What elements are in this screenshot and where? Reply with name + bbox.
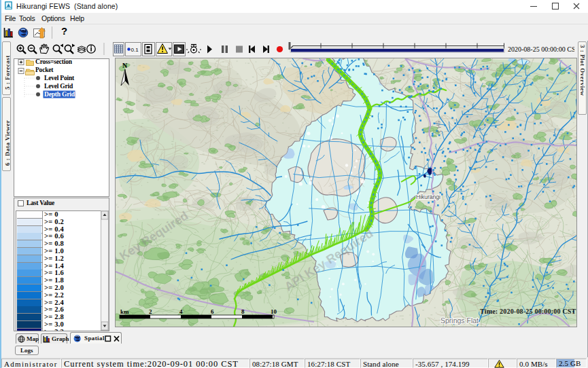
svg-text:Hikurangi: Hikurangi <box>416 194 440 200</box>
svg-text:8: 8 <box>241 308 245 315</box>
svg-text:4: 4 <box>179 308 183 315</box>
svg-text:2020-08-25 00:00:00 CST: 2020-08-25 00:00:00 CST <box>508 45 574 53</box>
svg-text:km: km <box>120 308 129 315</box>
svg-text:N: N <box>122 62 128 69</box>
svg-text:10: 10 <box>271 308 277 315</box>
svg-text:2: 2 <box>149 308 152 315</box>
svg-text:Time: 2020-08-25 00:00:00 CST: Time: 2020-08-25 00:00:00 CST <box>480 308 576 315</box>
svg-text:6: 6 <box>211 308 214 315</box>
svg-text:0.1: 0.1 <box>131 47 139 53</box>
svg-text:Springs Flat: Springs Flat <box>440 316 479 325</box>
